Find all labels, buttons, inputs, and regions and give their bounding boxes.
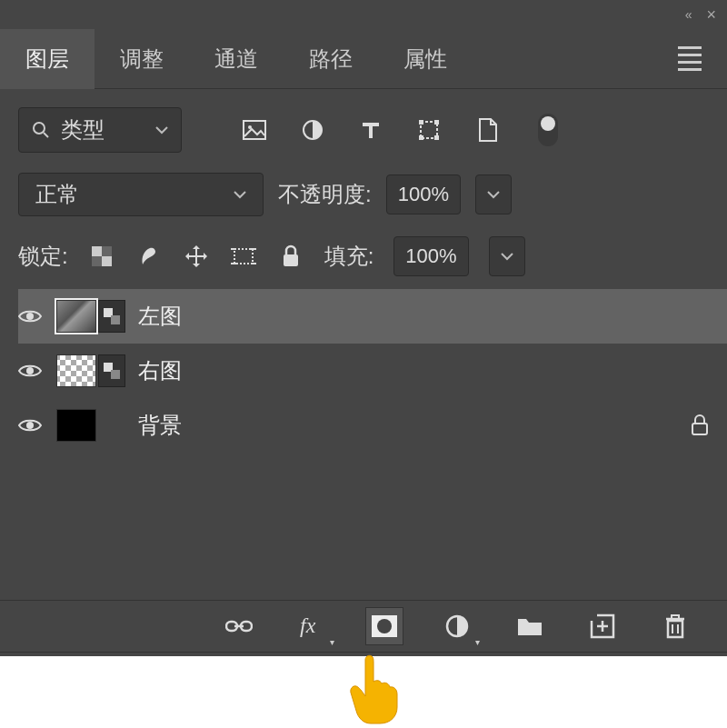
lock-image-icon[interactable] [135,243,163,270]
layer-thumbnail[interactable] [56,300,96,333]
chevron-down-icon [155,125,168,135]
layer-name[interactable]: 左图 [138,302,709,331]
svg-point-20 [26,313,34,320]
chevron-down-icon [234,190,246,199]
fill-label: 填充: [324,242,374,271]
lock-all-icon[interactable] [277,243,304,270]
layer-item[interactable]: 右图 [18,344,727,398]
opacity-dropdown[interactable] [475,175,512,214]
opacity-label: 不透明度: [278,180,372,209]
layer-mask-icon[interactable] [365,607,403,645]
blend-row: 正常 不透明度: 100% [0,153,727,216]
adjustment-layer-icon[interactable]: ▾ [438,607,476,645]
lock-label: 锁定: [18,242,68,271]
svg-rect-7 [434,120,439,125]
smart-object-filter-icon[interactable] [473,115,502,145]
svg-rect-13 [92,256,102,266]
svg-point-23 [26,367,34,374]
visibility-toggle-icon[interactable] [18,363,42,379]
svg-rect-11 [102,256,112,266]
pointing-hand-cursor [338,653,405,727]
layer-name[interactable]: 右图 [138,356,709,385]
caret-icon: ▾ [475,637,480,647]
svg-rect-9 [434,135,439,140]
smart-object-badge-icon [98,354,125,387]
filter-toggle[interactable] [538,114,558,146]
svg-rect-27 [692,424,707,434]
shape-layer-filter-icon[interactable] [414,115,443,145]
filter-type-select[interactable]: 类型 [18,107,182,153]
tab-adjustments[interactable]: 调整 [95,29,189,89]
svg-point-33 [377,619,392,633]
svg-point-26 [26,422,34,429]
layer-style-icon[interactable]: fx ▾ [293,607,331,645]
visibility-toggle-icon[interactable] [18,417,42,434]
layer-item[interactable]: 背景 [18,398,727,453]
svg-point-0 [34,123,45,134]
opacity-input[interactable]: 100% [386,175,461,214]
svg-rect-8 [419,135,423,140]
lock-position-icon[interactable] [183,243,210,270]
filter-row: 类型 [0,89,727,153]
svg-rect-12 [102,246,112,256]
titlebar: « × [0,0,727,29]
smart-object-badge-icon [98,300,125,333]
tab-layers[interactable]: 图层 [0,29,95,89]
filter-icons [240,114,558,146]
svg-text:fx: fx [300,613,316,637]
filter-type-label: 类型 [61,115,144,145]
collapse-icon[interactable]: « [685,7,692,22]
panel-menu-icon[interactable] [671,39,709,78]
search-icon [32,121,50,139]
new-layer-icon[interactable] [583,607,622,645]
layer-list: 左图 右图 背景 [0,289,727,453]
lock-artboard-icon[interactable] [230,243,257,270]
new-group-icon[interactable] [511,607,549,645]
tab-paths[interactable]: 路径 [284,29,378,89]
panel-tabs: 图层 调整 通道 路径 属性 [0,29,727,89]
layer-name[interactable]: 背景 [138,411,691,440]
svg-rect-38 [668,621,682,637]
visibility-toggle-icon[interactable] [18,308,42,324]
lock-transparent-icon[interactable] [88,243,115,270]
svg-rect-25 [111,370,120,379]
blend-mode-select[interactable]: 正常 [18,173,264,216]
svg-rect-14 [234,249,253,264]
svg-rect-10 [92,246,102,256]
layer-thumbnail[interactable] [56,409,96,442]
svg-rect-2 [244,121,265,139]
blend-mode-label: 正常 [35,180,79,209]
layer-item[interactable]: 左图 [18,289,727,344]
fill-input[interactable]: 100% [393,236,468,276]
fill-dropdown[interactable] [489,236,525,276]
bottom-toolbar: fx ▾ ▾ [0,600,727,653]
type-layer-filter-icon[interactable] [356,115,385,145]
pixel-layer-filter-icon[interactable] [240,115,269,145]
adjustment-layer-filter-icon[interactable] [298,115,327,145]
layers-panel: « × 图层 调整 通道 路径 属性 类型 [0,0,727,656]
lock-row: 锁定: 填充: 100% [0,216,727,289]
tab-properties[interactable]: 属性 [378,29,473,89]
delete-layer-icon[interactable] [656,607,694,645]
link-layers-icon[interactable] [220,607,258,645]
layer-thumbnail[interactable] [56,354,96,387]
close-icon[interactable]: × [706,5,716,25]
svg-rect-19 [284,254,298,266]
caret-icon: ▾ [330,637,334,647]
svg-rect-6 [419,120,423,125]
svg-rect-42 [672,615,679,619]
svg-rect-22 [111,315,120,324]
svg-line-1 [44,133,48,137]
lock-icon [691,414,709,436]
tab-channels[interactable]: 通道 [189,29,284,89]
